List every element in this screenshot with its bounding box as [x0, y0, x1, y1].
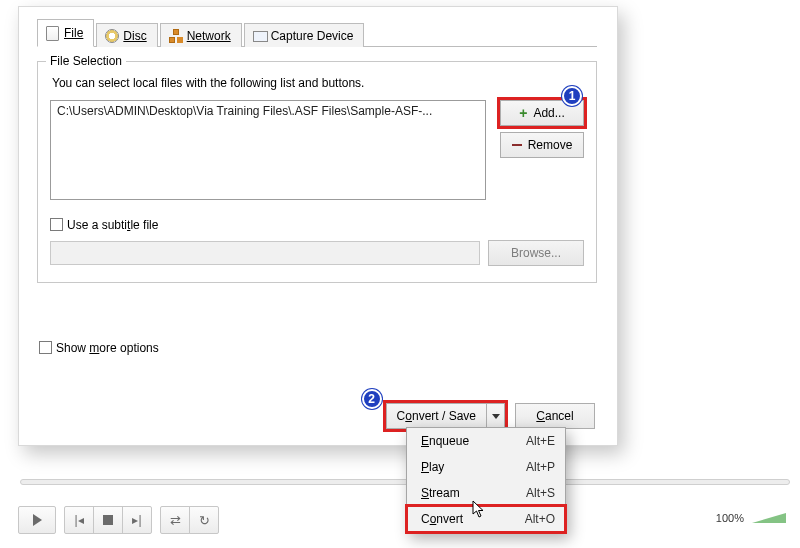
play-icon — [33, 514, 42, 526]
help-text: You can select local files with the foll… — [52, 76, 584, 90]
tab-label: Capture Device — [271, 29, 354, 43]
tab-bar: File Disc Network Capture Device — [37, 19, 597, 47]
nav-group: |◂ ▸| — [64, 506, 152, 534]
button-label: Browse... — [511, 246, 561, 260]
menu-accel: Alt+P — [526, 460, 555, 474]
dropdown-toggle[interactable] — [486, 404, 504, 428]
tab-file[interactable]: File — [37, 19, 94, 47]
tab-network[interactable]: Network — [160, 23, 242, 47]
menu-item-enqueue[interactable]: Enqueue Alt+E — [407, 428, 565, 454]
tab-label: Disc — [123, 29, 146, 43]
convert-save-button[interactable]: Convert / Save — [386, 403, 505, 429]
next-icon: ▸| — [132, 513, 141, 527]
menu-item-convert[interactable]: Convert Alt+O — [407, 506, 565, 532]
menu-item-stream[interactable]: Stream Alt+S — [407, 480, 565, 506]
file-selection-fieldset: File Selection You can select local file… — [37, 61, 597, 283]
play-button[interactable] — [18, 506, 56, 534]
checkbox-label: Use a subtitle file — [67, 218, 158, 232]
file-list-entry[interactable]: C:\Users\ADMIN\Desktop\Via Training File… — [57, 104, 479, 118]
show-more-options-checkbox[interactable]: Show more options — [39, 341, 597, 355]
repeat-button[interactable] — [189, 506, 219, 534]
volume-text: 100% — [716, 512, 744, 524]
menu-label: Play — [421, 460, 526, 474]
subtitle-path-input — [50, 241, 480, 265]
tab-label: Network — [187, 29, 231, 43]
file-icon — [46, 26, 60, 40]
dialog-window: File Disc Network Capture Device File Se… — [18, 6, 618, 446]
capture-device-icon — [253, 29, 267, 43]
prev-button[interactable]: |◂ — [64, 506, 94, 534]
convert-save-menu: Enqueue Alt+E Play Alt+P Stream Alt+S Co… — [406, 427, 566, 533]
button-label: Add... — [533, 106, 564, 120]
volume-slider[interactable] — [752, 513, 786, 523]
browse-button: Browse... — [488, 240, 584, 266]
stop-icon — [103, 515, 113, 525]
mouse-cursor-icon — [472, 500, 486, 518]
tab-capture-device[interactable]: Capture Device — [244, 23, 365, 47]
annotation-badge-2: 2 — [362, 389, 382, 409]
disc-icon — [105, 29, 119, 43]
menu-label: Enqueue — [421, 434, 526, 448]
mode-group — [160, 506, 219, 534]
use-subtitle-checkbox[interactable]: Use a subtitle file — [50, 218, 158, 232]
network-icon — [169, 29, 183, 43]
volume-area: 100% — [716, 512, 786, 524]
tab-disc[interactable]: Disc — [96, 23, 157, 47]
player-controls: |◂ ▸| — [18, 506, 219, 534]
chevron-down-icon — [492, 414, 500, 419]
dialog-footer: 2 Convert / Save Cancel — [386, 403, 595, 429]
fieldset-legend: File Selection — [46, 54, 126, 68]
cancel-button[interactable]: Cancel — [515, 403, 595, 429]
prev-icon: |◂ — [74, 513, 83, 527]
button-label: Remove — [528, 138, 573, 152]
remove-button[interactable]: Remove — [500, 132, 584, 158]
file-list[interactable]: C:\Users\ADMIN\Desktop\Via Training File… — [50, 100, 486, 200]
checkbox-label: Show more options — [56, 341, 159, 355]
minus-icon — [512, 144, 522, 146]
button-label: Convert / Save — [387, 404, 486, 428]
menu-accel: Alt+O — [525, 512, 555, 526]
menu-item-play[interactable]: Play Alt+P — [407, 454, 565, 480]
menu-accel: Alt+E — [526, 434, 555, 448]
plus-icon: + — [519, 106, 527, 120]
tab-label: File — [64, 26, 83, 40]
next-button[interactable]: ▸| — [122, 506, 152, 534]
seek-bar[interactable] — [20, 474, 790, 490]
annotation-badge-1: 1 — [562, 86, 582, 106]
menu-label: Stream — [421, 486, 526, 500]
open-media-dialog: File Disc Network Capture Device File Se… — [37, 19, 597, 355]
menu-accel: Alt+S — [526, 486, 555, 500]
stop-button[interactable] — [93, 506, 123, 534]
seek-track — [20, 479, 790, 485]
shuffle-button[interactable] — [160, 506, 190, 534]
button-label: Cancel — [536, 409, 573, 423]
